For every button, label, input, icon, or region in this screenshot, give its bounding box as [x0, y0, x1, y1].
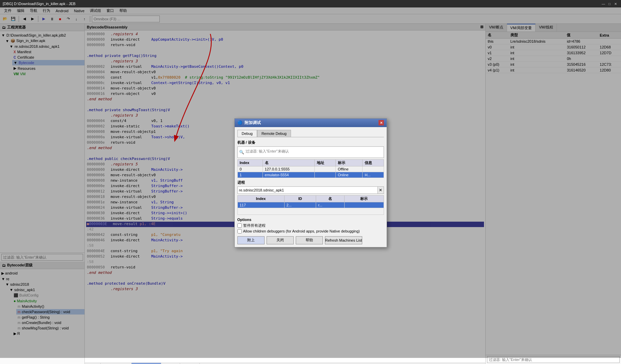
title-bar: [DBG] D:\Download\Sign_in_killer.apk - J… [0, 0, 621, 7]
allow-children-checkbox[interactable] [237, 229, 242, 234]
dialog-title-text: 附加调试 [245, 120, 261, 126]
dialog-tab-debug[interactable]: Debug [237, 130, 257, 137]
checkbox-allow-children: Allow children debuggers (for Android ap… [237, 229, 384, 234]
window-title: [DBG] D:\Download\Sign_in_killer.apk - J… [3, 2, 601, 6]
pause-all-checkbox[interactable] [237, 223, 242, 228]
col-index: Index [237, 195, 284, 202]
process-table: Index ID 名 标示 117 2... r... [237, 195, 384, 215]
pause-all-label: 暂停所有进程 [243, 223, 266, 228]
dialog-title-bar: 🔵 附加调试 ✕ [235, 119, 387, 127]
refresh-machines-button[interactable]: Refresh Machines List [325, 236, 363, 244]
machine-filter-input[interactable] [244, 147, 382, 155]
col-id: ID [284, 195, 316, 202]
filter-magnifier-icon: 🔍 [239, 150, 244, 155]
dialog-body: Debug Remote Debug 机器 / 设备 🔍 Index 名 地址 … [235, 127, 387, 247]
process-filter-row: ✕ [237, 186, 384, 194]
process-label: 进程 [237, 180, 384, 185]
dialog-buttons: 附上 关闭 帮助 Refresh Machines List [237, 236, 384, 244]
machine-row[interactable]: 0 127.0.0.1:5555 Offline [237, 166, 384, 172]
options-label: Options [237, 218, 384, 222]
col-name: 名 [316, 195, 344, 202]
machine-filter-row: 🔍 [237, 146, 384, 158]
checkbox-pause-all: 暂停所有进程 [237, 223, 384, 228]
help-button[interactable]: 帮助 [296, 236, 323, 244]
machine-row-selected[interactable]: 1 emulator-5554 Online H... [237, 172, 384, 178]
maximize-button[interactable]: □ [607, 1, 612, 6]
col-name: 名 [263, 159, 314, 166]
dialog-tab-remote[interactable]: Remote Debug [257, 130, 291, 137]
dialog-overlay: 🔵 附加调试 ✕ Debug Remote Debug 机器 / 设备 🔍 In [0, 7, 621, 358]
machine-table: Index 名 地址 标示 信息 0 127.0.0.1:5555 Offlin… [237, 159, 384, 178]
window-close-button[interactable]: ✕ [613, 1, 618, 6]
allow-children-label: Allow children debuggers (for Android ap… [243, 229, 360, 233]
dialog-icon: 🔵 [237, 120, 242, 125]
attach-debug-dialog: 🔵 附加调试 ✕ Debug Remote Debug 机器 / 设备 🔍 In [234, 118, 387, 247]
col-status: 标示 [335, 159, 362, 166]
process-filter-clear-btn[interactable]: ✕ [377, 187, 384, 194]
process-filter-input[interactable] [238, 188, 377, 192]
col-address: 地址 [314, 159, 335, 166]
dialog-tabs: Debug Remote Debug [237, 130, 384, 137]
disasm-tabs: 描述 十六进制格式 Disassembly Graph 字符串 [85, 363, 485, 364]
close-button[interactable]: 关闭 [267, 236, 294, 244]
col-flag: 标示 [344, 195, 384, 202]
minimize-button[interactable]: — [601, 1, 606, 6]
attach-button[interactable]: 附上 [237, 236, 265, 244]
col-info: 信息 [363, 159, 384, 166]
col-index: Index [237, 159, 263, 166]
machine-label: 机器 / 设备 [237, 140, 384, 145]
process-row-empty [237, 208, 384, 215]
dialog-close-button[interactable]: ✕ [379, 120, 384, 125]
window-controls: — □ ✕ [601, 1, 618, 6]
process-row-selected[interactable]: 117 2... r... [237, 202, 384, 208]
